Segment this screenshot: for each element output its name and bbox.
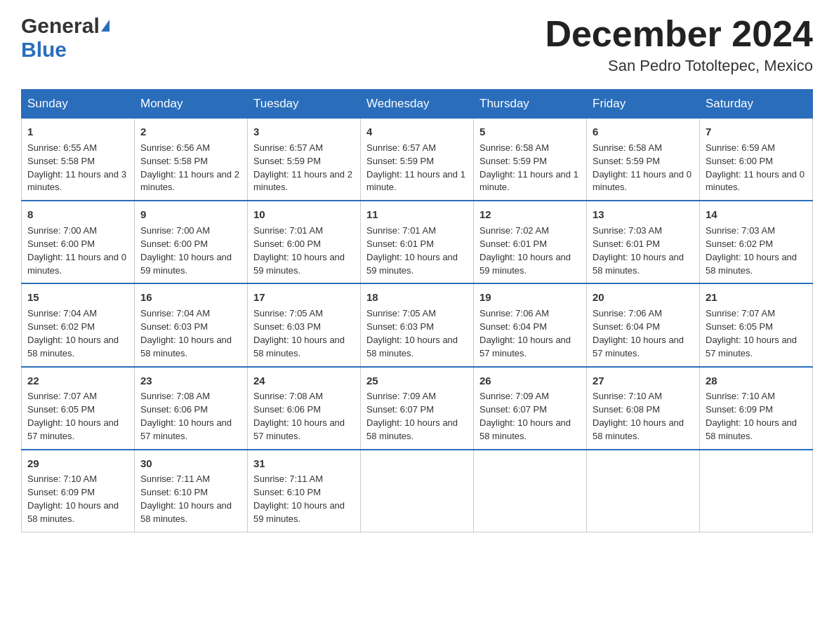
day-number: 1 — [27, 124, 128, 140]
day-number: 9 — [140, 207, 241, 222]
calendar-cell: 21Sunrise: 7:07 AMSunset: 6:05 PMDayligh… — [700, 283, 813, 366]
logo-general-text: General — [21, 14, 100, 38]
day-number: 8 — [27, 207, 128, 222]
day-number: 6 — [593, 124, 694, 140]
day-number: 30 — [140, 456, 241, 471]
calendar-cell: 26Sunrise: 7:09 AMSunset: 6:07 PMDayligh… — [474, 367, 587, 450]
day-number: 7 — [706, 124, 807, 140]
calendar-cell: 24Sunrise: 7:08 AMSunset: 6:06 PMDayligh… — [248, 367, 361, 450]
calendar-cell: 12Sunrise: 7:02 AMSunset: 6:01 PMDayligh… — [474, 201, 587, 283]
calendar-cell: 3Sunrise: 6:57 AMSunset: 5:59 PMDaylight… — [248, 119, 361, 201]
calendar-cell: 16Sunrise: 7:04 AMSunset: 6:03 PMDayligh… — [135, 283, 248, 366]
calendar-cell: 30Sunrise: 7:11 AMSunset: 6:10 PMDayligh… — [135, 450, 248, 532]
month-title: December 2024 — [545, 14, 813, 54]
day-number: 29 — [27, 456, 128, 471]
calendar-cell: 8Sunrise: 7:00 AMSunset: 6:00 PMDaylight… — [22, 201, 135, 283]
calendar-cell: 13Sunrise: 7:03 AMSunset: 6:01 PMDayligh… — [587, 201, 700, 283]
calendar-cell: 19Sunrise: 7:06 AMSunset: 6:04 PMDayligh… — [474, 283, 587, 366]
header-friday: Friday — [587, 90, 700, 119]
day-number: 23 — [140, 373, 241, 389]
calendar-week-4: 22Sunrise: 7:07 AMSunset: 6:05 PMDayligh… — [22, 367, 813, 450]
calendar-cell: 20Sunrise: 7:06 AMSunset: 6:04 PMDayligh… — [587, 283, 700, 366]
day-number: 20 — [593, 290, 694, 305]
calendar-cell: 4Sunrise: 6:57 AMSunset: 5:59 PMDaylight… — [361, 119, 474, 201]
calendar-table: SundayMondayTuesdayWednesdayThursdayFrid… — [21, 89, 813, 532]
calendar-cell: 31Sunrise: 7:11 AMSunset: 6:10 PMDayligh… — [248, 450, 361, 532]
day-number: 16 — [140, 290, 241, 305]
day-number: 26 — [479, 373, 581, 389]
logo-arrow-icon — [101, 20, 110, 32]
calendar-cell: 23Sunrise: 7:08 AMSunset: 6:06 PMDayligh… — [135, 367, 248, 450]
calendar-cell: 25Sunrise: 7:09 AMSunset: 6:07 PMDayligh… — [361, 367, 474, 450]
day-number: 3 — [253, 124, 355, 140]
calendar-cell: 1Sunrise: 6:55 AMSunset: 5:58 PMDaylight… — [22, 119, 135, 201]
day-number: 25 — [366, 373, 468, 389]
calendar-week-3: 15Sunrise: 7:04 AMSunset: 6:02 PMDayligh… — [22, 283, 813, 366]
calendar-week-2: 8Sunrise: 7:00 AMSunset: 6:00 PMDaylight… — [22, 201, 813, 283]
calendar-week-5: 29Sunrise: 7:10 AMSunset: 6:09 PMDayligh… — [22, 450, 813, 532]
calendar-cell: 6Sunrise: 6:58 AMSunset: 5:59 PMDaylight… — [587, 119, 700, 201]
calendar-cell: 10Sunrise: 7:01 AMSunset: 6:00 PMDayligh… — [248, 201, 361, 283]
day-number: 18 — [366, 290, 468, 305]
calendar-header-row: SundayMondayTuesdayWednesdayThursdayFrid… — [22, 90, 813, 119]
title-block: December 2024 San Pedro Totoltepec, Mexi… — [545, 14, 813, 75]
day-number: 27 — [593, 373, 694, 389]
day-number: 14 — [706, 207, 807, 222]
calendar-cell — [700, 450, 813, 532]
logo: General Blue — [21, 14, 110, 62]
calendar-cell: 17Sunrise: 7:05 AMSunset: 6:03 PMDayligh… — [248, 283, 361, 366]
calendar-week-1: 1Sunrise: 6:55 AMSunset: 5:58 PMDaylight… — [22, 119, 813, 201]
day-number: 15 — [27, 290, 128, 305]
header-wednesday: Wednesday — [361, 90, 474, 119]
calendar-cell: 27Sunrise: 7:10 AMSunset: 6:08 PMDayligh… — [587, 367, 700, 450]
day-number: 13 — [593, 207, 694, 222]
day-number: 21 — [706, 290, 807, 305]
header-saturday: Saturday — [700, 90, 813, 119]
header-monday: Monday — [135, 90, 248, 119]
calendar-cell — [474, 450, 587, 532]
calendar-cell: 9Sunrise: 7:00 AMSunset: 6:00 PMDaylight… — [135, 201, 248, 283]
calendar-cell: 5Sunrise: 6:58 AMSunset: 5:59 PMDaylight… — [474, 119, 587, 201]
calendar-cell: 28Sunrise: 7:10 AMSunset: 6:09 PMDayligh… — [700, 367, 813, 450]
day-number: 2 — [140, 124, 241, 140]
location-title: San Pedro Totoltepec, Mexico — [545, 57, 813, 75]
day-number: 24 — [253, 373, 355, 389]
day-number: 5 — [479, 124, 581, 140]
page-header: General Blue December 2024 San Pedro Tot… — [21, 14, 813, 75]
day-number: 10 — [253, 207, 355, 222]
calendar-cell: 2Sunrise: 6:56 AMSunset: 5:58 PMDaylight… — [135, 119, 248, 201]
day-number: 12 — [479, 207, 581, 222]
calendar-cell: 18Sunrise: 7:05 AMSunset: 6:03 PMDayligh… — [361, 283, 474, 366]
calendar-cell — [361, 450, 474, 532]
day-number: 22 — [27, 373, 128, 389]
day-number: 17 — [253, 290, 355, 305]
header-thursday: Thursday — [474, 90, 587, 119]
header-tuesday: Tuesday — [248, 90, 361, 119]
day-number: 4 — [366, 124, 468, 140]
calendar-cell — [587, 450, 700, 532]
calendar-cell: 11Sunrise: 7:01 AMSunset: 6:01 PMDayligh… — [361, 201, 474, 283]
calendar-cell: 14Sunrise: 7:03 AMSunset: 6:02 PMDayligh… — [700, 201, 813, 283]
calendar-cell: 15Sunrise: 7:04 AMSunset: 6:02 PMDayligh… — [22, 283, 135, 366]
calendar-cell: 7Sunrise: 6:59 AMSunset: 6:00 PMDaylight… — [700, 119, 813, 201]
header-sunday: Sunday — [22, 90, 135, 119]
day-number: 19 — [479, 290, 581, 305]
day-number: 11 — [366, 207, 468, 222]
calendar-cell: 29Sunrise: 7:10 AMSunset: 6:09 PMDayligh… — [22, 450, 135, 532]
calendar-cell: 22Sunrise: 7:07 AMSunset: 6:05 PMDayligh… — [22, 367, 135, 450]
logo-blue-text: Blue — [21, 38, 67, 62]
day-number: 31 — [253, 456, 355, 471]
day-number: 28 — [706, 373, 807, 389]
